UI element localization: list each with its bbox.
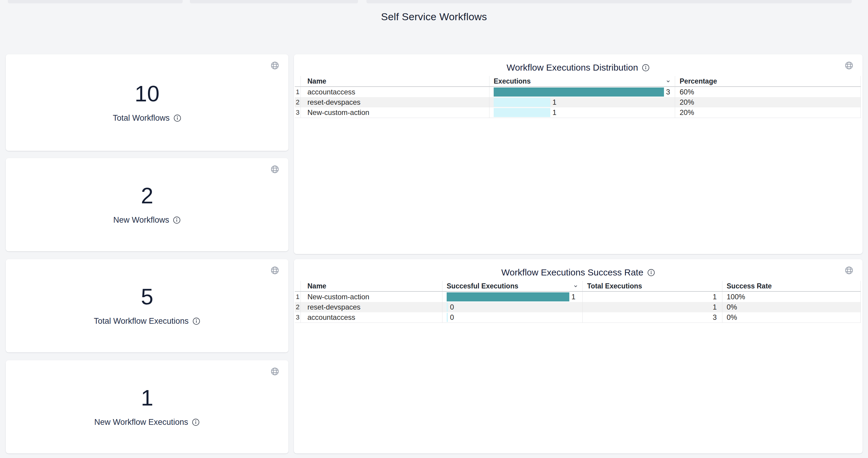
table-header-row: Name Executions Percentage [295, 76, 861, 87]
info-icon[interactable] [642, 64, 650, 72]
table-row: 1 New-custom-action 1 1 100% [295, 292, 861, 302]
table-row: 3 accountaccess 0 3 0% [295, 312, 861, 322]
globe-icon [270, 266, 279, 275]
globe-icon [270, 61, 279, 70]
successful-executions-cell: 0 [442, 302, 583, 312]
stat-card-total-workflows: 10 Total Workflows [6, 54, 288, 151]
info-icon[interactable] [192, 418, 200, 426]
top-tab-placeholder [190, 0, 358, 3]
success-rate-table: Name Succesful Executions Total Executio… [295, 281, 861, 323]
total-executions-cell: 1 [583, 292, 722, 302]
index-column-header [295, 76, 301, 86]
success-rate-cell: 0% [722, 302, 861, 312]
stat-label: New Workflows [113, 216, 169, 225]
row-index: 1 [295, 87, 301, 97]
stat-value: 5 [141, 286, 153, 308]
table-row: 1 accountaccess 3 60% [295, 87, 861, 97]
top-tab-placeholder [367, 0, 852, 3]
execution-bar [494, 108, 550, 117]
distribution-table: Name Executions Percentage 1 accountacce… [295, 76, 861, 118]
row-index: 3 [295, 107, 301, 118]
stat-value: 2 [141, 184, 153, 207]
percentage-cell: 60% [675, 87, 861, 97]
total-executions-cell: 1 [583, 302, 722, 312]
execution-bar [447, 292, 569, 302]
chevron-down-icon[interactable] [665, 78, 671, 84]
row-index: 2 [295, 302, 301, 312]
globe-icon [270, 367, 279, 376]
total-executions-cell: 3 [583, 312, 722, 322]
stat-card-new-workflows: 2 New Workflows [6, 158, 288, 251]
name-cell: reset-devspaces [301, 302, 442, 312]
percentage-cell: 20% [675, 107, 861, 118]
bar-value: 1 [553, 98, 556, 107]
column-header-executions[interactable]: Executions [490, 76, 675, 86]
execution-bar [447, 313, 448, 322]
successful-executions-cell: 0 [442, 312, 583, 322]
index-column-header [295, 281, 301, 291]
table-title: Workflow Executions Success Rate [501, 267, 643, 278]
top-tab-placeholder [8, 0, 183, 3]
table-row: 3 New-custom-action 1 20% [295, 107, 861, 118]
column-header-total-executions[interactable]: Total Executions [583, 281, 722, 291]
execution-bar [494, 98, 550, 107]
globe-icon [844, 266, 854, 275]
bar-value: 0 [450, 303, 454, 311]
name-cell: New-custom-action [301, 107, 490, 118]
column-header-name[interactable]: Name [301, 76, 490, 86]
distribution-card: Workflow Executions Distribution Name Ex… [294, 54, 863, 254]
chevron-down-icon[interactable] [572, 283, 579, 289]
column-header-successful-executions[interactable]: Succesful Executions [442, 281, 583, 291]
success-rate-cell: 0% [722, 312, 861, 322]
success-rate-card: Workflow Executions Success Rate Name Su… [294, 259, 863, 454]
row-index: 3 [295, 312, 301, 322]
bar-value: 0 [450, 313, 454, 322]
globe-icon [270, 165, 279, 174]
page-title: Self Service Workflows [0, 11, 868, 23]
bar-value: 1 [553, 108, 556, 117]
row-index: 2 [295, 97, 301, 107]
executions-cell: 1 [490, 107, 675, 118]
column-header-name[interactable]: Name [301, 281, 442, 291]
row-index: 1 [295, 292, 301, 302]
name-cell: accountaccess [301, 312, 442, 322]
stat-label: Total Workflows [113, 113, 170, 123]
column-header-percentage[interactable]: Percentage [675, 76, 861, 86]
execution-bar [447, 303, 448, 312]
name-cell: New-custom-action [301, 292, 442, 302]
globe-icon [844, 61, 854, 70]
info-icon[interactable] [647, 268, 655, 277]
stat-label: New Workflow Executions [94, 418, 188, 427]
column-header-success-rate[interactable]: Success Rate [722, 281, 861, 291]
table-title: Workflow Executions Distribution [507, 62, 638, 73]
stat-card-new-workflow-executions: 1 New Workflow Executions [6, 360, 288, 454]
bar-value: 1 [571, 293, 575, 301]
executions-cell: 1 [490, 97, 675, 107]
stat-card-total-workflow-executions: 5 Total Workflow Executions [6, 259, 288, 352]
stat-value: 10 [135, 83, 159, 105]
percentage-cell: 20% [675, 97, 861, 107]
name-cell: accountaccess [301, 87, 490, 97]
info-icon[interactable] [173, 216, 181, 224]
name-cell: reset-devspaces [301, 97, 490, 107]
table-row: 2 reset-devspaces 1 20% [295, 97, 861, 107]
bar-value: 3 [666, 88, 670, 96]
info-icon[interactable] [173, 114, 181, 122]
table-row: 2 reset-devspaces 0 1 0% [295, 302, 861, 312]
stat-value: 1 [141, 387, 153, 409]
successful-executions-cell: 1 [442, 292, 583, 302]
info-icon[interactable] [192, 317, 200, 325]
success-rate-cell: 100% [722, 292, 861, 302]
table-header-row: Name Succesful Executions Total Executio… [295, 281, 861, 292]
stat-label: Total Workflow Executions [94, 316, 189, 326]
executions-cell: 3 [490, 87, 675, 97]
execution-bar [494, 87, 664, 96]
